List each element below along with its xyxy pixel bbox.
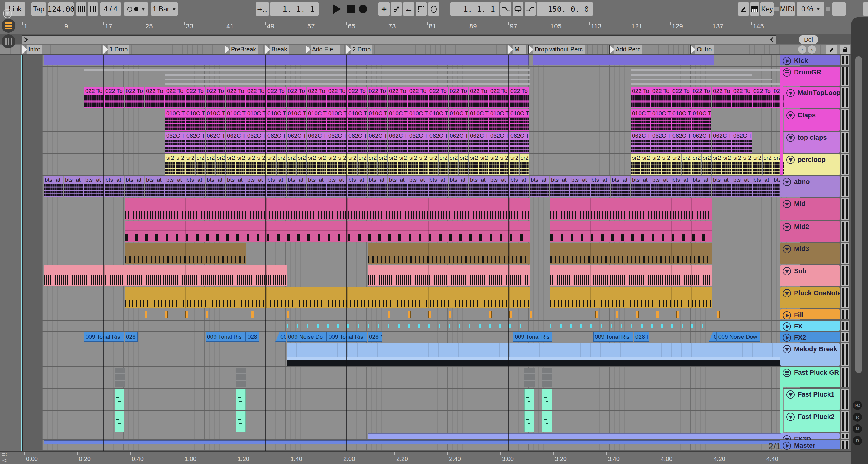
audio-clip[interactable]: sr2 bbox=[489, 154, 499, 175]
fx-tick-clip[interactable] bbox=[499, 324, 501, 328]
fx-tick-clip[interactable] bbox=[691, 324, 693, 328]
play-icon[interactable] bbox=[783, 442, 791, 450]
toggle-r[interactable]: R bbox=[853, 413, 862, 422]
fx-tick-clip[interactable] bbox=[438, 324, 440, 328]
audio-clip[interactable]: sr2 bbox=[509, 154, 519, 175]
audio-clip[interactable]: 022 To bbox=[388, 87, 408, 108]
track-header-drumgr[interactable]: DrumGR bbox=[780, 66, 840, 86]
capture-midi-button[interactable] bbox=[428, 2, 439, 16]
locator-intro[interactable]: Intro bbox=[22, 45, 42, 54]
audio-clip[interactable]: bts_at bbox=[64, 176, 84, 197]
fx-tick-clip[interactable] bbox=[317, 324, 318, 328]
fx-tick-clip[interactable] bbox=[580, 324, 582, 328]
audio-clip[interactable]: 022 To bbox=[428, 87, 448, 108]
audio-clip[interactable]: bts_at bbox=[145, 176, 165, 197]
loop-start-marker-icon[interactable] bbox=[22, 37, 28, 42]
audio-clip[interactable]: sr2 bbox=[641, 154, 651, 175]
tempo-field[interactable]: 124.00 bbox=[49, 2, 74, 16]
fx-tick-clip[interactable] bbox=[641, 324, 643, 328]
fill-clip[interactable] bbox=[448, 311, 451, 318]
time-signature-field[interactable]: 4 / 4 bbox=[100, 2, 121, 16]
audio-clip[interactable]: sr2 bbox=[438, 154, 448, 175]
locator-break[interactable]: Break bbox=[265, 45, 289, 54]
midi-clip[interactable] bbox=[550, 243, 712, 264]
arrangement-grid[interactable]: 022 To022 To022 To022 To022 To022 To022 … bbox=[0, 55, 851, 451]
audio-clip[interactable]: 062C T bbox=[631, 132, 651, 153]
computer-midi-keyboard-button[interactable] bbox=[750, 2, 759, 16]
fx2-clip[interactable]: 009 Tonal Ris bbox=[593, 332, 633, 342]
follow-button[interactable]: →‥ bbox=[256, 2, 269, 16]
audio-clip[interactable]: bts_at bbox=[266, 176, 286, 197]
audio-clip[interactable]: 022 To bbox=[671, 87, 691, 108]
fill-clip[interactable] bbox=[595, 311, 598, 318]
audio-clip[interactable]: 062C T bbox=[206, 132, 225, 153]
audio-clip[interactable]: bts_at bbox=[104, 176, 124, 197]
track-header-fast-pluck2[interactable]: Fast Pluck2 bbox=[784, 411, 840, 432]
lane-drumgr[interactable] bbox=[42, 66, 800, 87]
audio-clip[interactable]: 022 To bbox=[712, 87, 732, 108]
fx-tick-clip[interactable] bbox=[621, 324, 622, 328]
audio-clip[interactable]: sr2 bbox=[459, 154, 469, 175]
fill-clip[interactable] bbox=[616, 311, 618, 318]
fx-tick-clip[interactable] bbox=[459, 324, 460, 328]
midi-map-button[interactable]: MIDI bbox=[780, 2, 795, 16]
lane-fast-pluck1[interactable] bbox=[42, 389, 800, 410]
audio-clip[interactable]: 062C T bbox=[671, 132, 691, 153]
strip-clip[interactable] bbox=[368, 433, 800, 439]
cpu-meter[interactable]: 0 % bbox=[797, 2, 825, 16]
fast-pluck-clip[interactable] bbox=[542, 411, 552, 432]
lane-melody-break[interactable] bbox=[42, 343, 800, 366]
clip-kick[interactable] bbox=[43, 55, 529, 65]
audio-clip[interactable]: bts_at bbox=[368, 176, 388, 197]
audio-clip[interactable]: 010C T bbox=[206, 110, 225, 131]
audio-clip[interactable]: 022 To bbox=[266, 87, 286, 108]
locator-add-perc[interactable]: Add Perc bbox=[609, 45, 642, 54]
play-icon[interactable] bbox=[783, 57, 791, 65]
audio-clip[interactable]: sr2 bbox=[347, 154, 357, 175]
audio-clip[interactable]: 062C T bbox=[388, 132, 408, 153]
audio-clip[interactable]: 062C T bbox=[469, 132, 489, 153]
audio-clip[interactable]: sr2 bbox=[661, 154, 671, 175]
fx-tick-clip[interactable] bbox=[489, 324, 491, 328]
scrub-area[interactable] bbox=[0, 34, 851, 44]
fill-clip[interactable] bbox=[428, 311, 431, 318]
fx-tick-clip[interactable] bbox=[347, 324, 349, 328]
fx2-clip[interactable]: 009 Noise Dow bbox=[717, 332, 760, 342]
audio-clip[interactable]: bts_at bbox=[286, 176, 306, 197]
punch-out-button[interactable] bbox=[525, 2, 535, 16]
fx-tick-clip[interactable] bbox=[550, 324, 551, 328]
fx-tick-clip[interactable] bbox=[469, 324, 470, 328]
audio-clip[interactable]: sr2 bbox=[671, 154, 681, 175]
loop-brace[interactable] bbox=[22, 35, 776, 44]
audio-clip[interactable]: sr2 bbox=[185, 154, 195, 175]
fill-clip[interactable] bbox=[251, 311, 254, 318]
lane-mid3[interactable] bbox=[42, 243, 800, 265]
arrangement-position-display[interactable]: 1. 1. 1 bbox=[270, 2, 318, 16]
delete-locator-button[interactable]: Del bbox=[799, 35, 818, 44]
lane-fill[interactable] bbox=[42, 310, 800, 320]
audio-clip[interactable]: 062C T bbox=[732, 132, 752, 153]
fill-clip[interactable] bbox=[206, 311, 208, 318]
prev-locator-button[interactable]: ‹ bbox=[798, 46, 806, 54]
fx-tick-clip[interactable] bbox=[388, 324, 389, 328]
audio-clip[interactable]: bts_at bbox=[529, 176, 550, 197]
reenable-automation-button[interactable]: ← bbox=[403, 2, 414, 16]
lane-master[interactable] bbox=[42, 440, 800, 450]
fx-tick-clip[interactable] bbox=[590, 324, 592, 328]
audio-clip[interactable]: sr2 bbox=[479, 154, 489, 175]
locator-prebreak[interactable]: PreBreak bbox=[224, 45, 258, 54]
fx-tick-clip[interactable] bbox=[337, 324, 339, 328]
audio-clip[interactable]: 062C T bbox=[651, 132, 671, 153]
fill-clip[interactable] bbox=[185, 311, 188, 318]
strip-clip[interactable] bbox=[43, 440, 800, 444]
fill-clip[interactable] bbox=[165, 311, 168, 318]
fill-clip[interactable] bbox=[529, 311, 532, 318]
audio-clip[interactable]: 022 To bbox=[206, 87, 225, 108]
fx2-clip[interactable]: 028 I bbox=[125, 332, 137, 342]
key-map-button[interactable]: Key bbox=[761, 2, 774, 16]
fill-clip[interactable] bbox=[489, 311, 492, 318]
audio-clip[interactable]: sr2 bbox=[246, 154, 256, 175]
audio-clip[interactable]: sr2 bbox=[631, 154, 641, 175]
audio-clip[interactable]: 010C T bbox=[448, 110, 468, 131]
audio-clip[interactable]: sr2 bbox=[388, 154, 398, 175]
